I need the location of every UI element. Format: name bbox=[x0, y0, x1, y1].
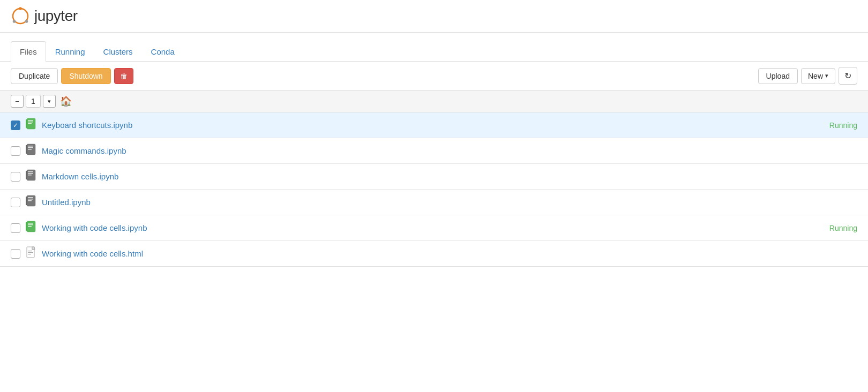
svg-rect-13 bbox=[26, 145, 27, 154]
notebook-icon-dark bbox=[26, 144, 36, 158]
svg-rect-23 bbox=[26, 197, 27, 205]
count-dropdown[interactable]: ▾ bbox=[43, 95, 56, 108]
svg-point-1 bbox=[19, 7, 22, 10]
file-checkbox[interactable] bbox=[11, 223, 20, 233]
svg-rect-25 bbox=[28, 223, 33, 224]
svg-rect-27 bbox=[28, 226, 32, 227]
file-checkbox[interactable] bbox=[11, 249, 20, 259]
svg-marker-30 bbox=[32, 247, 35, 250]
notebook-icon-green bbox=[26, 118, 36, 132]
table-row: Working with code cells.html bbox=[0, 241, 868, 266]
file-name[interactable]: Keyboard shortcuts.ipynb bbox=[42, 120, 829, 130]
svg-rect-15 bbox=[28, 171, 33, 172]
select-all-control: − 1 ▾ bbox=[11, 95, 56, 108]
file-name[interactable]: Untitled.ipynb bbox=[42, 198, 857, 207]
toolbar-left: Duplicate Shutdown 🗑 bbox=[11, 68, 133, 84]
count-caret-icon: ▾ bbox=[48, 98, 51, 105]
app-title: jupyter bbox=[34, 7, 78, 25]
svg-rect-21 bbox=[28, 199, 33, 200]
refresh-button[interactable]: ↻ bbox=[839, 67, 857, 85]
refresh-icon: ↻ bbox=[844, 71, 851, 81]
svg-rect-17 bbox=[28, 175, 32, 176]
svg-rect-33 bbox=[28, 254, 31, 254]
notebook-icon-green bbox=[26, 221, 36, 235]
svg-point-3 bbox=[25, 20, 28, 23]
trash-icon: 🗑 bbox=[120, 72, 128, 80]
table-row: Working with code cells.ipynb Running bbox=[0, 215, 868, 241]
minus-icon: − bbox=[15, 97, 19, 105]
svg-rect-12 bbox=[28, 149, 32, 150]
file-checkbox[interactable]: ✓ bbox=[11, 120, 20, 130]
tab-files[interactable]: Files bbox=[11, 41, 46, 62]
selected-count: 1 bbox=[26, 95, 41, 108]
home-icon: 🏠 bbox=[60, 95, 72, 107]
file-name[interactable]: Working with code cells.ipynb bbox=[42, 223, 829, 232]
tab-clusters[interactable]: Clusters bbox=[94, 41, 142, 62]
svg-rect-8 bbox=[26, 119, 27, 128]
svg-rect-32 bbox=[28, 252, 33, 253]
app-header: jupyter bbox=[0, 0, 868, 33]
new-button-label: New bbox=[808, 72, 823, 80]
file-name[interactable]: Magic commands.ipynb bbox=[42, 146, 857, 155]
new-caret-icon: ▾ bbox=[825, 72, 828, 79]
file-status: Running bbox=[829, 121, 857, 130]
html-file-icon bbox=[26, 246, 36, 261]
table-row: Markdown cells.ipynb bbox=[0, 164, 868, 190]
jupyter-logo-icon bbox=[11, 6, 30, 26]
upload-button[interactable]: Upload bbox=[758, 68, 798, 84]
svg-rect-6 bbox=[28, 122, 33, 123]
svg-rect-28 bbox=[26, 222, 27, 231]
delete-button[interactable]: 🗑 bbox=[114, 68, 133, 84]
main-tabs: Files Running Clusters Conda bbox=[0, 41, 868, 62]
svg-rect-20 bbox=[28, 197, 33, 198]
svg-rect-5 bbox=[28, 120, 33, 121]
file-checkbox[interactable] bbox=[11, 146, 20, 156]
notebook-icon-dark bbox=[26, 169, 36, 184]
file-checkbox[interactable] bbox=[11, 172, 20, 182]
table-row: ✓ Keyboard shortcuts.ipynb Running bbox=[0, 112, 868, 138]
tab-running[interactable]: Running bbox=[46, 41, 94, 62]
svg-rect-10 bbox=[28, 146, 33, 147]
home-button[interactable]: 🏠 bbox=[60, 95, 72, 107]
file-name[interactable]: Markdown cells.ipynb bbox=[42, 172, 857, 181]
table-row: Magic commands.ipynb bbox=[0, 138, 868, 164]
file-checkbox[interactable] bbox=[11, 198, 20, 207]
select-all-minus[interactable]: − bbox=[11, 95, 24, 108]
notebook-icon-dark bbox=[26, 195, 36, 209]
svg-point-2 bbox=[13, 20, 16, 23]
toolbar: Duplicate Shutdown 🗑 Upload New ▾ ↻ bbox=[0, 62, 868, 90]
file-name[interactable]: Working with code cells.html bbox=[42, 249, 857, 258]
svg-rect-31 bbox=[28, 251, 32, 251]
file-list-header: − 1 ▾ 🏠 bbox=[0, 90, 868, 112]
duplicate-button[interactable]: Duplicate bbox=[11, 68, 58, 84]
svg-rect-11 bbox=[28, 147, 33, 148]
file-list: ✓ Keyboard shortcuts.ipynb Running bbox=[0, 112, 868, 267]
new-button[interactable]: New ▾ bbox=[801, 68, 835, 84]
svg-rect-16 bbox=[28, 173, 33, 174]
toolbar-right: Upload New ▾ ↻ bbox=[758, 67, 857, 85]
tab-conda[interactable]: Conda bbox=[142, 41, 184, 62]
table-row: Untitled.ipynb bbox=[0, 190, 868, 215]
svg-rect-26 bbox=[28, 224, 33, 225]
jupyter-logo: jupyter bbox=[11, 6, 78, 26]
svg-rect-22 bbox=[28, 200, 32, 201]
svg-rect-7 bbox=[28, 123, 32, 124]
shutdown-button[interactable]: Shutdown bbox=[61, 68, 110, 84]
svg-rect-18 bbox=[26, 171, 27, 179]
file-status: Running bbox=[829, 224, 857, 232]
